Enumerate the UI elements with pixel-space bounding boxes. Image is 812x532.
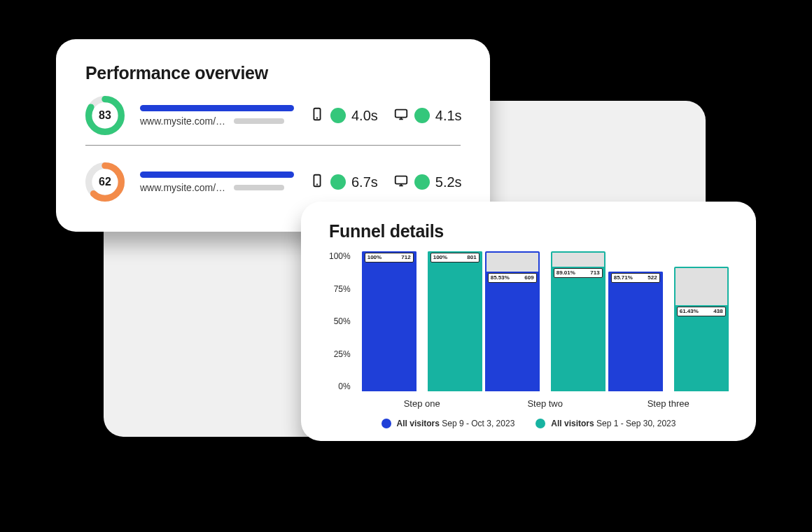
bar: 85.71%522 bbox=[608, 251, 663, 391]
legend-name: All visitors bbox=[551, 419, 594, 428]
performance-title: Performance overview bbox=[85, 63, 461, 83]
funnel-title: Funnel details bbox=[329, 221, 728, 241]
status-dot bbox=[414, 174, 430, 190]
desktop-icon bbox=[393, 106, 409, 125]
mobile-icon bbox=[309, 173, 325, 191]
score-value: 62 bbox=[85, 162, 125, 202]
mobile-time: 4.0s bbox=[351, 108, 378, 124]
score-value: 83 bbox=[85, 96, 125, 135]
legend-range: Sep 1 - Sep 30, 2023 bbox=[596, 419, 676, 428]
score-ring: 83 bbox=[85, 96, 125, 135]
y-axis: 100% 75% 50% 25% 0% bbox=[329, 251, 358, 391]
bar-group: 85.71%52261.43%438 bbox=[607, 251, 730, 391]
y-tick: 75% bbox=[329, 284, 351, 294]
bar-secondary bbox=[234, 118, 284, 124]
bar-primary bbox=[140, 105, 294, 111]
legend-swatch bbox=[382, 419, 391, 428]
funnel-chart: 100% 75% 50% 25% 0% 100%712100%80185.53%… bbox=[329, 251, 728, 409]
funnel-card: Funnel details 100% 75% 50% 25% 0% 100%7… bbox=[301, 202, 756, 441]
legend-name: All visitors bbox=[397, 419, 440, 428]
page-url: www.mysite.com/… bbox=[140, 115, 225, 127]
x-axis: Step one Step two Step three bbox=[358, 391, 733, 409]
score-ring: 62 bbox=[85, 162, 125, 202]
bar-group: 100%712100%801 bbox=[360, 251, 484, 391]
y-tick: 0% bbox=[329, 382, 351, 391]
legend: All visitors Sep 9 - Oct 3, 2023 All vis… bbox=[329, 419, 728, 428]
svg-rect-4 bbox=[396, 110, 407, 118]
y-tick: 25% bbox=[329, 349, 351, 359]
desktop-time: 4.1s bbox=[435, 108, 462, 124]
bar-data-label: 85.53%609 bbox=[488, 273, 537, 283]
desktop-time: 5.2s bbox=[435, 174, 462, 190]
bar: 89.01%713 bbox=[551, 251, 606, 391]
bar-data-label: 61.43%438 bbox=[677, 307, 726, 316]
bar-data-label: 85.71%522 bbox=[611, 273, 660, 283]
bar-group: 85.53%60989.01%713 bbox=[484, 251, 607, 391]
x-category: Step one bbox=[360, 398, 484, 409]
y-tick: 50% bbox=[329, 316, 351, 326]
x-category: Step three bbox=[607, 398, 730, 409]
mobile-time: 6.7s bbox=[351, 174, 378, 190]
status-dot bbox=[330, 174, 346, 190]
bar: 61.43%438 bbox=[674, 251, 729, 391]
page-url: www.mysite.com/… bbox=[140, 182, 225, 193]
mobile-icon bbox=[309, 106, 325, 125]
bar-data-label: 100%712 bbox=[365, 253, 414, 262]
bar: 85.53%609 bbox=[485, 251, 540, 391]
legend-item: All visitors Sep 1 - Sep 30, 2023 bbox=[536, 419, 676, 428]
bar-data-label: 89.01%713 bbox=[554, 268, 603, 278]
bar-primary bbox=[140, 172, 294, 178]
legend-item: All visitors Sep 9 - Oct 3, 2023 bbox=[382, 419, 515, 428]
bar-secondary bbox=[234, 185, 284, 190]
performance-row: 83 www.mysite.com/… 4.0s bbox=[85, 83, 461, 144]
divider bbox=[85, 145, 461, 146]
x-category: Step two bbox=[484, 398, 607, 409]
bar-data-label: 100%801 bbox=[430, 253, 479, 262]
bar: 100%801 bbox=[428, 251, 482, 391]
legend-swatch bbox=[536, 419, 545, 428]
status-dot bbox=[414, 108, 430, 123]
desktop-icon bbox=[393, 173, 409, 191]
legend-range: Sep 9 - Oct 3, 2023 bbox=[442, 419, 514, 428]
y-tick: 100% bbox=[329, 251, 351, 261]
svg-rect-11 bbox=[396, 176, 407, 184]
bar: 100%712 bbox=[362, 251, 416, 391]
status-dot bbox=[330, 108, 346, 123]
